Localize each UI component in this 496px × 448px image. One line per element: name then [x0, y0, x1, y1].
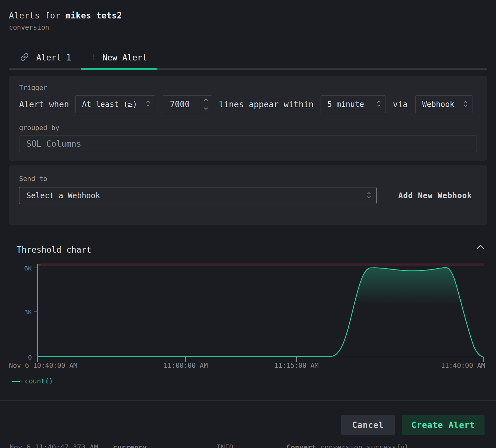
add-new-webhook-button[interactable]: Add New Webhook: [396, 191, 474, 200]
x-axis-labels: Nov 6 10:40:00 AM 11:00:00 AM 11:15:00 A…: [9, 362, 485, 369]
alert-when-text: Alert when: [19, 100, 69, 109]
spinner-up-icon[interactable]: [200, 96, 212, 104]
trigger-row: Alert when At least (≥): [19, 95, 477, 113]
log-column: currency: [113, 443, 147, 448]
footer-divider: [0, 400, 496, 401]
source-name: mikes tets2: [66, 11, 122, 20]
cancel-button[interactable]: Cancel: [341, 415, 395, 435]
count-series-area: [38, 268, 483, 357]
webhook-select-value: Select a Webhook: [26, 191, 100, 200]
legend-label: count(): [25, 377, 53, 385]
log-level: INFO: [216, 443, 233, 448]
spinner-down-icon[interactable]: [200, 104, 212, 113]
threshold-number-input: [162, 95, 212, 113]
xtick-1115: 11:15:00 AM: [274, 362, 318, 369]
xtick-1100: 11:00:00 AM: [163, 362, 208, 369]
ytick-3k: 3K: [24, 308, 32, 316]
chevron-up-down-icon: [463, 100, 468, 109]
collapse-chart-button[interactable]: [476, 243, 485, 251]
alert-tabs: Alert 1 New Alert: [9, 46, 487, 70]
tab-alert-1-label: Alert 1: [36, 53, 71, 62]
comparator-value: At least (≥): [82, 100, 137, 109]
time-window-select[interactable]: 5 minute: [321, 95, 386, 113]
time-window-value: 5 minute: [327, 100, 364, 109]
plus-icon: [90, 53, 97, 62]
chevron-up-down-icon: [146, 100, 150, 109]
lines-appear-text: lines appear within: [219, 100, 314, 109]
threshold-chart-title: Threshold chart: [17, 245, 91, 255]
number-spinner: [200, 96, 212, 113]
chart-legend-count[interactable]: count(): [12, 377, 53, 385]
page-subtitle: conversion: [9, 24, 49, 31]
channel-value: Webhook: [422, 100, 454, 109]
via-text: via: [393, 100, 408, 109]
tab-new-alert[interactable]: New Alert: [81, 46, 157, 68]
send-to-panel: Send to Select a Webhook Add New Webhook: [9, 165, 487, 225]
threshold-zone: [38, 263, 484, 266]
tab-new-alert-label: New Alert: [103, 53, 147, 62]
tab-alert-1[interactable]: Alert 1: [9, 46, 81, 68]
chevron-up-icon: [476, 244, 485, 250]
comparator-select[interactable]: At least (≥): [75, 95, 155, 113]
channel-select[interactable]: Webhook: [415, 95, 472, 113]
threshold-chart: 6K 3K 0 Nov 6 10:40:00 AM 11:00:00 AM 11…: [0, 257, 496, 373]
alert-modal: Alerts for mikes tets2 conversion Alert …: [0, 0, 496, 448]
webhook-select[interactable]: Select a Webhook: [19, 187, 377, 204]
ytick-0: 0: [28, 354, 32, 361]
page-title: Alerts for mikes tets2: [9, 11, 122, 20]
legend-line-swatch: [12, 381, 20, 382]
grouped-by-input[interactable]: [19, 136, 477, 152]
send-to-row: Select a Webhook Add New Webhook: [19, 187, 477, 204]
grouped-by-label: grouped by: [19, 124, 477, 132]
log-timestamp: Nov 6 11:40:47.373 AM: [10, 443, 98, 448]
link-icon: [20, 53, 29, 62]
trigger-label: Trigger: [19, 84, 477, 92]
y-axis-labels: 6K 3K 0: [24, 264, 32, 361]
xtick-1140: 11:40:00 AM: [441, 362, 485, 369]
create-alert-button[interactable]: Create Alert: [402, 415, 485, 435]
chevron-up-down-icon: [367, 191, 371, 200]
chevron-up-down-icon: [377, 100, 381, 109]
background-log-row: Nov 6 11:40:47.373 AM currency INFO Conv…: [0, 443, 496, 448]
ytick-6k: 6K: [24, 264, 32, 272]
send-to-label: Send to: [19, 175, 477, 183]
log-message: Convert conversion successful: [287, 443, 316, 448]
xtick-1040: Nov 6 10:40:00 AM: [9, 362, 77, 369]
threshold-value-field[interactable]: [162, 96, 200, 113]
trigger-panel: Trigger Alert when At least (≥): [9, 76, 487, 161]
